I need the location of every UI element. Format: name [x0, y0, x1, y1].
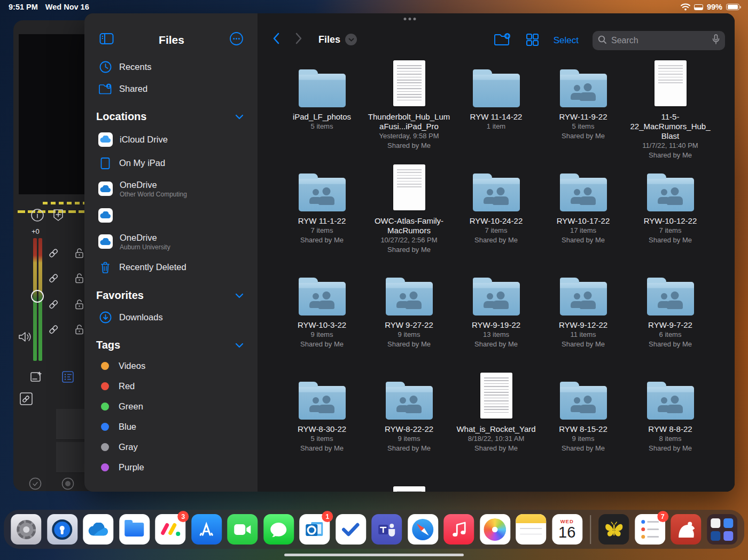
speaker-icon[interactable]	[18, 330, 33, 346]
sidebar-item-onedrive-owc[interactable]: OneDrive Other World Computing	[84, 175, 258, 203]
teams-icon	[377, 521, 396, 538]
link-icon[interactable]	[48, 324, 59, 337]
sidebar-item-tag-videos[interactable]: Videos	[84, 356, 258, 376]
file-tile[interactable]: 11-5-22_MacRumors_Hub_Blast 11/7/22, 11:…	[627, 57, 714, 161]
unlock-icon[interactable]	[74, 298, 84, 312]
dock-app-calendar[interactable]: WED 16	[552, 514, 582, 545]
add-marker-icon[interactable]	[52, 208, 65, 224]
file-tile[interactable]: Thunderbolt_Hub_LumaFusi...iPad_Pro Yest…	[365, 57, 453, 161]
file-tile[interactable]: RYW 8-8-22 8 items Shared by Me	[627, 369, 714, 474]
dock-app-outlook[interactable]: 1	[299, 514, 330, 545]
add-media-icon[interactable]	[29, 370, 43, 386]
sidebar-toggle-icon[interactable]	[99, 33, 114, 47]
dock-app-files[interactable]	[119, 514, 150, 545]
dock-app-photos[interactable]	[480, 514, 510, 545]
dock-app-appstore[interactable]	[191, 514, 222, 545]
dock-app-bear[interactable]	[671, 514, 701, 545]
chevron-down-icon[interactable]	[235, 341, 244, 350]
audio-level-knob[interactable]	[31, 290, 44, 303]
file-tile[interactable]: RYW-8-30-22 5 items Shared by Me	[278, 369, 365, 474]
file-tile[interactable]: RYW-9-19-22 13 items Shared by Me	[453, 265, 540, 369]
linked-clip-icon[interactable]	[19, 391, 34, 408]
file-tile[interactable]: RYW 8-15-22 9 items Shared by Me	[540, 369, 627, 474]
sidebar-item-on-my-ipad[interactable]: On My iPad	[84, 152, 258, 175]
track-list-icon[interactable]	[61, 370, 75, 386]
file-tile[interactable]: RYW 9-27-22 9 items Shared by Me	[365, 265, 453, 369]
file-tile[interactable]: RYW-9-7-22 6 items Shared by Me	[627, 265, 714, 369]
sidebar-item-tag-gray[interactable]: Gray	[84, 437, 258, 457]
record-icon[interactable]	[61, 477, 75, 493]
tags-header[interactable]: Tags	[96, 339, 120, 351]
dock-app-settings[interactable]	[11, 514, 41, 545]
notification-badge: 3	[177, 511, 189, 522]
more-button[interactable]	[229, 31, 244, 48]
sidebar-item-label: Recents	[119, 62, 152, 72]
sidebar-item-tag-green[interactable]: Green	[84, 396, 258, 416]
document-icon	[393, 164, 425, 210]
sidebar-item-downloads[interactable]: Downloads	[84, 306, 258, 328]
dock-app-library[interactable]	[707, 514, 737, 545]
grid-view-button[interactable]	[525, 33, 540, 49]
file-tile[interactable]: RYW 11-14-22 1 item	[453, 57, 540, 161]
sidebar-item-text: OneDrive Other World Computing	[120, 180, 187, 198]
dock-app-monday[interactable]: 3	[155, 514, 185, 545]
file-tile[interactable]: RYW 11-1-22 7 items Shared by Me	[278, 161, 365, 265]
file-tile[interactable]: RYW-8-22-22 9 items Shared by Me	[365, 369, 453, 474]
dock-app-todo[interactable]	[336, 514, 366, 545]
dock-app-safari[interactable]	[408, 514, 438, 545]
unlock-icon[interactable]	[74, 324, 84, 337]
unlock-icon[interactable]	[74, 247, 84, 261]
select-check-icon[interactable]	[28, 477, 42, 493]
file-tile-partial[interactable]	[365, 474, 453, 492]
sidebar-item-icloud-drive[interactable]: iCloud Drive	[84, 127, 258, 152]
file-tile[interactable]: RYW-9-12-22 11 items Shared by Me	[540, 265, 627, 369]
dock-app-teams[interactable]	[371, 514, 402, 545]
new-folder-button[interactable]	[493, 33, 511, 49]
sidebar-item-tag-purple[interactable]: Purple	[84, 457, 258, 477]
sidebar-item-onedrive-auburn[interactable]: OneDrive Auburn University	[84, 227, 258, 256]
favorites-header[interactable]: Favorites	[96, 289, 144, 302]
shared-folder-icon	[647, 178, 694, 211]
chevron-down-icon[interactable]	[235, 291, 244, 301]
file-tile[interactable]: RYW-10-3-22 9 items Shared by Me	[278, 265, 365, 369]
file-tile[interactable]: RYW-10-24-22 7 items Shared by Me	[453, 161, 540, 265]
home-indicator[interactable]	[284, 554, 464, 557]
dock-app-1password[interactable]	[47, 514, 77, 545]
back-button[interactable]	[268, 33, 284, 46]
link-icon[interactable]	[48, 272, 59, 286]
info-icon[interactable]	[30, 208, 44, 224]
search-input[interactable]: Search	[593, 31, 725, 50]
dock-app-facetime[interactable]	[227, 514, 258, 545]
dock-app-messages[interactable]	[263, 514, 294, 545]
locations-header[interactable]: Locations	[96, 111, 146, 123]
file-tile[interactable]: RYW-10-17-22 17 items Shared by Me	[540, 161, 627, 265]
multitasking-handle[interactable]	[403, 18, 416, 20]
file-tile[interactable]: RYW-11-9-22 5 items Shared by Me	[540, 57, 627, 161]
link-icon[interactable]	[48, 298, 59, 312]
mic-icon[interactable]	[712, 34, 720, 47]
shared-folder-icon	[647, 386, 694, 420]
dock-app-music[interactable]	[443, 514, 474, 545]
dock-app-onedrive[interactable]	[83, 514, 113, 545]
sidebar-item-recently-deleted[interactable]: Recently Deleted	[84, 256, 258, 279]
unlock-icon[interactable]	[74, 272, 84, 286]
file-tile[interactable]: OWC-Atlas-Family-MacRumors 10/27/22, 2:5…	[365, 161, 453, 265]
sidebar-item-tag-red[interactable]: Red	[84, 376, 258, 396]
forward-button[interactable]	[291, 33, 307, 46]
select-button[interactable]: Select	[554, 35, 579, 46]
title-menu-button[interactable]	[345, 34, 357, 45]
file-tile[interactable]: RYW-10-12-22 7 items Shared by Me	[627, 161, 714, 265]
sidebar-item-recents[interactable]: Recents	[84, 56, 258, 78]
dock-app-reminders[interactable]: 7	[635, 514, 665, 545]
file-tile[interactable]: iPad_LF_photos 5 items	[278, 57, 365, 161]
chevron-down-icon[interactable]	[235, 112, 244, 122]
sidebar-item-onedrive-unlabeled[interactable]	[84, 203, 258, 227]
keyboard-icon	[694, 4, 703, 10]
link-icon[interactable]	[48, 247, 59, 261]
dock-app-ulysses[interactable]	[598, 514, 629, 545]
sidebar-item-shared[interactable]: Shared	[84, 78, 258, 100]
dock-app-notes[interactable]	[516, 514, 546, 545]
shared-folder-icon	[560, 282, 607, 316]
sidebar-item-tag-blue[interactable]: Blue	[84, 416, 258, 437]
file-tile[interactable]: What_is_Rocket_Yard 8/18/22, 10:31 AM Sh…	[453, 369, 540, 474]
